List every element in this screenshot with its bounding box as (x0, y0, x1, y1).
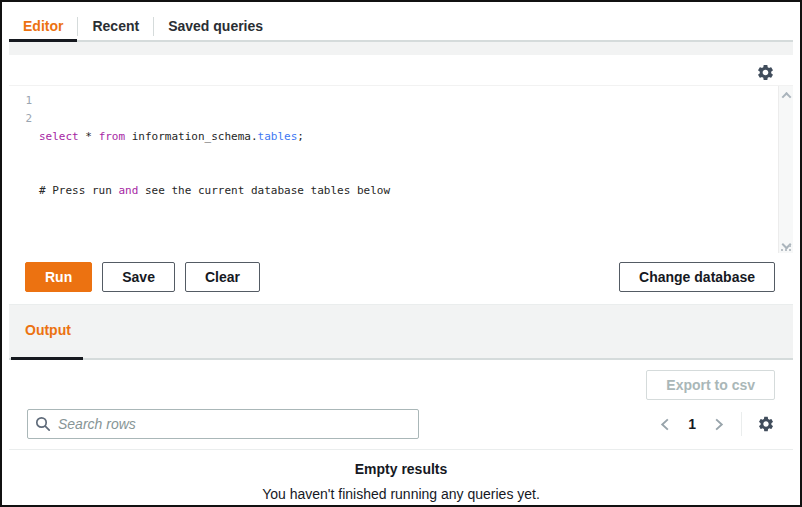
code-line-2: # Press run and see the current database… (39, 182, 778, 200)
clear-button[interactable]: Clear (185, 262, 260, 292)
tab-recent[interactable]: Recent (78, 10, 153, 42)
code-token: information_schema. (125, 130, 257, 143)
editor-toolbar (9, 55, 793, 85)
page-body: 1 2 select * from information_schema.tab… (9, 42, 793, 505)
code-token: # Press run (39, 184, 118, 197)
search-box (27, 409, 419, 439)
code-token: select (39, 130, 79, 143)
change-database-button[interactable]: Change database (619, 262, 775, 292)
gear-icon (756, 63, 775, 82)
pagination: 1 (658, 412, 775, 436)
search-row: 1 (27, 409, 775, 439)
tab-output-label: Output (25, 322, 71, 338)
code-token: ; (297, 130, 304, 143)
results-settings-button[interactable] (757, 415, 775, 433)
output-results-panel: Export to csv 1 (9, 360, 793, 507)
line-number: 1 (9, 92, 32, 110)
editor-action-bar: Run Save Clear Change database (9, 253, 793, 304)
tab-editor-label: Editor (23, 18, 63, 34)
resize-grip-icon[interactable] (782, 242, 791, 251)
chevron-right-icon (711, 417, 726, 432)
code-line-1: select * from information_schema.tables; (39, 128, 778, 146)
tab-recent-label: Recent (92, 18, 139, 34)
spacer (9, 42, 793, 55)
empty-results-message: You haven't finished running any queries… (27, 486, 775, 502)
query-editor-window: Editor Recent Saved queries (0, 0, 802, 507)
code-token: and (118, 184, 138, 197)
line-number: 2 (9, 110, 32, 128)
export-to-csv-button[interactable]: Export to csv (646, 370, 775, 400)
save-button[interactable]: Save (102, 262, 175, 292)
export-row: Export to csv (27, 360, 775, 400)
top-tab-bar: Editor Recent Saved queries (9, 10, 793, 42)
chevron-left-icon (658, 417, 673, 432)
output-section-header: Output (9, 304, 793, 360)
tabbar-bottom-rule (9, 40, 793, 42)
next-page-button[interactable] (711, 417, 726, 432)
code-token: from (99, 130, 126, 143)
current-page-number[interactable]: 1 (686, 414, 698, 434)
editor-panel: 1 2 select * from information_schema.tab… (9, 55, 793, 304)
empty-results-title: Empty results (27, 461, 775, 477)
tab-saved-queries-label: Saved queries (168, 18, 263, 34)
tab-saved-queries[interactable]: Saved queries (154, 10, 277, 42)
empty-results-state: Empty results You haven't finished runni… (27, 450, 775, 502)
editor-line-numbers: 1 2 (9, 92, 39, 253)
tab-output[interactable]: Output (9, 314, 85, 360)
output-bottom-rule (9, 358, 793, 360)
previous-page-button[interactable] (658, 417, 673, 432)
run-button[interactable]: Run (25, 262, 92, 292)
gear-icon (757, 415, 775, 433)
editor-vertical-scrollbar[interactable] (778, 86, 793, 253)
tab-editor[interactable]: Editor (9, 10, 77, 42)
chevron-up-icon[interactable] (779, 88, 793, 102)
code-token: tables (258, 130, 298, 143)
code-token: see the current database tables below (138, 184, 390, 197)
editor-code-area[interactable]: select * from information_schema.tables;… (39, 92, 778, 253)
editor-settings-button[interactable] (756, 63, 775, 82)
sql-code-editor[interactable]: 1 2 select * from information_schema.tab… (9, 85, 793, 253)
search-rows-input[interactable] (27, 409, 419, 439)
pager-divider (741, 412, 742, 436)
code-token: * (79, 130, 99, 143)
